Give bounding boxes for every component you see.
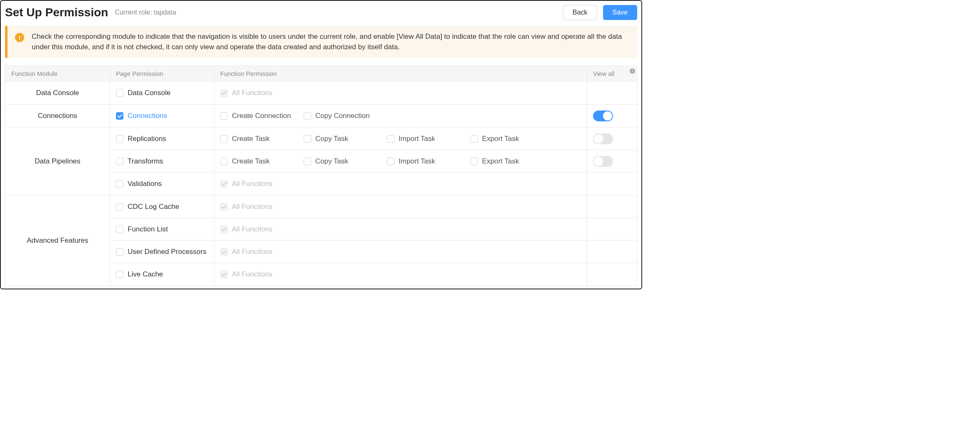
function-checkbox[interactable] bbox=[470, 158, 478, 165]
page-label: Connections bbox=[128, 112, 167, 120]
function-permission-cell: All Functions bbox=[214, 173, 587, 195]
function-checkbox bbox=[220, 203, 228, 211]
function-label: Create Connection bbox=[232, 112, 291, 120]
module-name: Data Pipelines bbox=[5, 128, 110, 195]
page-checkbox[interactable] bbox=[116, 89, 123, 97]
alert-text: Check the corresponding module to indica… bbox=[32, 32, 630, 52]
function-checkbox[interactable] bbox=[387, 158, 395, 165]
page-label: Transforms bbox=[128, 157, 163, 166]
page-checkbox[interactable] bbox=[116, 226, 123, 233]
page-checkbox[interactable] bbox=[116, 203, 123, 211]
function-item: Create Task bbox=[220, 135, 304, 143]
function-permission-cell: All Functions bbox=[214, 82, 587, 104]
function-label: All Functions bbox=[232, 89, 272, 97]
page-permission-cell: Live Cache bbox=[110, 263, 214, 286]
page-permission-cell: Validations bbox=[110, 173, 214, 195]
function-item: All Functions bbox=[220, 180, 304, 188]
page-label: Validations bbox=[128, 180, 162, 188]
view-all-cell bbox=[587, 241, 637, 263]
function-item: All Functions bbox=[220, 270, 304, 279]
table-row: ValidationsAll Functions bbox=[110, 173, 637, 195]
table-body: Data ConsoleData ConsoleAll FunctionsCon… bbox=[5, 82, 637, 286]
page-checkbox[interactable] bbox=[116, 158, 123, 165]
page-label: Function List bbox=[128, 225, 168, 234]
info-alert: ! Check the corresponding module to indi… bbox=[5, 26, 637, 58]
function-label: All Functions bbox=[232, 203, 272, 211]
module-name: Connections bbox=[5, 105, 110, 127]
function-label: Create Task bbox=[232, 157, 269, 166]
function-item: Export Task bbox=[470, 157, 554, 166]
current-role-label: Current role: tapdata bbox=[115, 9, 176, 16]
function-checkbox[interactable] bbox=[220, 135, 228, 143]
function-checkbox[interactable] bbox=[220, 158, 228, 165]
permission-page: Set Up Permission Current role: tapdata … bbox=[0, 0, 642, 289]
page-label: Replications bbox=[128, 135, 166, 143]
table-row: ReplicationsCreate TaskCopy TaskImport T… bbox=[110, 128, 637, 150]
table-row: Live CacheAll Functions bbox=[110, 263, 637, 286]
view-all-cell bbox=[587, 196, 637, 218]
page-checkbox[interactable] bbox=[116, 112, 123, 120]
col-page: Page Permission bbox=[110, 66, 214, 81]
view-all-cell bbox=[587, 150, 637, 172]
function-item: All Functions bbox=[220, 225, 304, 234]
page-label: Data Console bbox=[128, 89, 171, 97]
function-permission-cell: All Functions bbox=[214, 263, 587, 286]
alert-icon: ! bbox=[15, 33, 24, 42]
table-row: CDC Log CacheAll Functions bbox=[110, 196, 637, 218]
module-block: ConnectionsConnectionsCreate ConnectionC… bbox=[5, 105, 637, 128]
page-checkbox[interactable] bbox=[116, 135, 123, 143]
function-checkbox[interactable] bbox=[387, 135, 395, 143]
page-checkbox[interactable] bbox=[116, 180, 123, 188]
function-label: All Functions bbox=[232, 225, 272, 234]
function-checkbox[interactable] bbox=[304, 135, 311, 143]
page-header: Set Up Permission Current role: tapdata … bbox=[5, 3, 637, 26]
role-prefix: Current role: bbox=[115, 9, 153, 16]
page-label: CDC Log Cache bbox=[128, 203, 179, 211]
function-permission-cell: All Functions bbox=[214, 196, 587, 218]
table-row: ConnectionsCreate ConnectionCopy Connect… bbox=[110, 105, 637, 127]
col-module: Function Module bbox=[5, 66, 110, 81]
view-all-cell bbox=[587, 105, 637, 127]
function-checkbox bbox=[220, 271, 228, 278]
back-button[interactable]: Back bbox=[563, 5, 597, 20]
page-checkbox[interactable] bbox=[116, 271, 123, 278]
table-header: Function Module Page Permission Function… bbox=[5, 66, 637, 82]
function-checkbox bbox=[220, 89, 228, 97]
save-button[interactable]: Save bbox=[603, 5, 637, 20]
function-label: All Functions bbox=[232, 180, 272, 188]
page-permission-cell: Data Console bbox=[110, 82, 214, 104]
function-checkbox bbox=[220, 226, 228, 233]
col-view-label: View all bbox=[593, 70, 614, 77]
page-checkbox[interactable] bbox=[116, 248, 123, 256]
function-label: All Functions bbox=[232, 270, 272, 279]
function-checkbox bbox=[220, 248, 228, 256]
function-checkbox bbox=[220, 180, 228, 188]
function-checkbox[interactable] bbox=[304, 158, 311, 165]
function-label: All Functions bbox=[232, 248, 272, 256]
function-label: Import Task bbox=[399, 135, 435, 143]
col-view: View all i bbox=[587, 66, 637, 81]
table-row: Data ConsoleAll Functions bbox=[110, 82, 637, 104]
function-item: All Functions bbox=[220, 248, 304, 256]
function-checkbox[interactable] bbox=[220, 112, 228, 120]
function-checkbox[interactable] bbox=[470, 135, 478, 143]
table-row: TransformsCreate TaskCopy TaskImport Tas… bbox=[110, 150, 637, 173]
function-item: Import Task bbox=[387, 135, 470, 143]
view-all-switch[interactable] bbox=[593, 156, 613, 167]
function-item: Create Connection bbox=[220, 112, 304, 120]
function-label: Copy Task bbox=[315, 135, 348, 143]
info-icon[interactable]: i bbox=[630, 68, 635, 74]
view-all-switch[interactable] bbox=[593, 133, 613, 144]
table-row: User Defined ProcessorsAll Functions bbox=[110, 241, 637, 263]
page-permission-cell: Connections bbox=[110, 105, 214, 127]
function-label: Copy Task bbox=[315, 157, 348, 166]
module-rows: ConnectionsCreate ConnectionCopy Connect… bbox=[110, 105, 637, 127]
function-permission-cell: All Functions bbox=[214, 218, 587, 240]
module-rows: CDC Log CacheAll FunctionsFunction ListA… bbox=[110, 196, 637, 286]
function-item: Copy Connection bbox=[304, 112, 387, 120]
view-all-switch[interactable] bbox=[593, 110, 613, 121]
module-name: Data Console bbox=[5, 82, 110, 104]
module-block: Advanced FeaturesCDC Log CacheAll Functi… bbox=[5, 196, 637, 286]
function-checkbox[interactable] bbox=[304, 112, 311, 120]
module-name: Advanced Features bbox=[5, 196, 110, 286]
